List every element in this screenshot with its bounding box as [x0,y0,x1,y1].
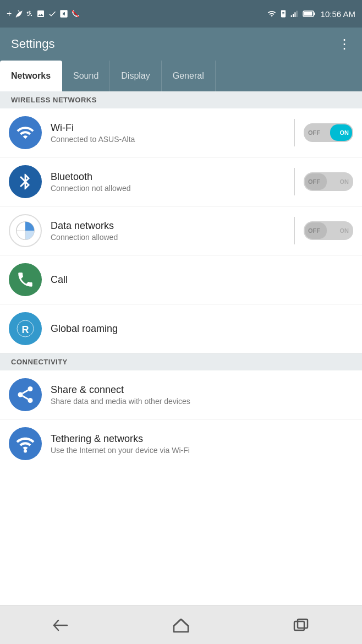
data-toggle[interactable]: OFF ON [304,221,353,240]
header-title: Settings [11,37,55,51]
app-header: Settings ⋮ [0,28,362,61]
wireless-networks-section-header: WIRELESS NETWORKS [0,91,362,108]
usb-icon [26,9,34,18]
bluetooth-text: Bluetooth Connection not allowed [51,171,286,193]
home-button[interactable] [159,612,203,639]
svg-rect-5 [294,12,295,17]
tethering-row[interactable]: Tethering & networks Use the Internet on… [0,419,362,468]
wifi-row[interactable]: Wi-Fi Connected to ASUS-Alta OFF ON [0,108,362,157]
tab-networks[interactable]: Networks [0,61,62,91]
roaming-text: Global roaming [51,323,353,335]
data-networks-title: Data networks [51,220,286,232]
status-bar: + 10:56 AM [0,0,362,28]
wifi-off-label: OFF [308,129,320,136]
data-networks-text: Data networks Connection allowed [51,220,286,242]
image-icon [36,9,45,18]
wifi-icon-wrap [9,116,42,149]
svg-rect-3 [290,15,292,17]
wifi-toggle[interactable]: OFF ON [304,123,353,142]
recents-button[interactable] [279,612,323,639]
tethering-text: Tethering & networks Use the Internet on… [51,433,353,455]
share-connect-subtitle: Share data and media with other devices [51,397,353,406]
settings-content: WIRELESS NETWORKS Wi-Fi Connected to ASU… [0,91,362,605]
recents-nav-icon [292,617,311,634]
svg-rect-23 [298,619,308,628]
battery-icon [303,9,316,18]
svg-rect-9 [314,13,315,15]
roaming-icon-wrap: R [9,312,42,345]
connectivity-section-header: CONNECTIVITY [0,353,362,370]
call-text: Call [51,274,353,286]
svg-rect-22 [294,621,304,630]
home-nav-icon [172,617,190,634]
data-networks-row[interactable]: Data networks Connection allowed OFF ON [0,206,362,255]
share-icon-wrap [9,378,42,411]
leaf-icon [14,9,23,18]
svg-point-1 [31,15,32,16]
wifi-status-icon [267,9,277,18]
svg-line-16 [23,396,28,399]
svg-point-0 [28,15,29,16]
bluetooth-icon [16,172,35,191]
bluetooth-off-label: OFF [308,178,320,185]
svg-rect-4 [293,14,294,17]
wifi-subtitle: Connected to ASUS-Alta [51,135,286,144]
check-icon [48,9,57,18]
bottom-navigation [0,605,362,644]
bluetooth-divider [294,168,295,195]
svg-point-14 [18,392,23,397]
data-networks-subtitle: Connection allowed [51,233,286,242]
status-time: 10:56 AM [321,9,355,19]
call-icon [16,270,35,289]
share-connect-icon [15,385,35,405]
status-icons-right: 10:56 AM [267,9,355,19]
share-connect-title: Share & connect [51,384,353,396]
back-button[interactable] [39,612,83,639]
data-on-label: ON [340,227,349,234]
tethering-title: Tethering & networks [51,433,353,445]
wifi-on-label: ON [340,129,349,136]
call-title: Call [51,274,353,286]
wifi-icon [16,123,35,142]
tab-sound[interactable]: Sound [62,61,110,91]
data-icon-wrap [9,214,42,247]
wifi-divider [294,119,295,146]
bluetooth-title: Bluetooth [51,171,286,183]
bluetooth-icon-wrap [9,165,42,198]
data-divider [294,217,295,244]
svg-text:R: R [22,324,29,335]
share-connect-row[interactable]: Share & connect Share data and media wit… [0,370,362,419]
wifi-text: Wi-Fi Connected to ASUS-Alta [51,122,286,144]
tethering-icon [15,434,35,454]
tethering-subtitle: Use the Internet on your device via Wi-F… [51,446,293,455]
roaming-icon: R [15,319,35,339]
roaming-title: Global roaming [51,323,353,335]
share-connect-text: Share & connect Share data and media wit… [51,384,353,406]
bluetooth-row[interactable]: Bluetooth Connection not allowed OFF ON [0,157,362,206]
data-networks-icon [13,219,37,243]
global-roaming-row[interactable]: R Global roaming [0,304,362,353]
svg-point-15 [28,398,33,403]
wifi-title: Wi-Fi [51,122,286,134]
svg-line-17 [23,390,28,394]
tether-icon-wrap [9,427,42,460]
tab-general[interactable]: General [162,61,216,91]
bluetooth-subtitle: Connection not allowed [51,184,286,193]
bluetooth-toggle[interactable]: OFF ON [304,172,353,191]
plus-icon: + [7,9,12,19]
signal-icon [290,9,300,18]
svg-rect-6 [296,11,297,17]
tab-display[interactable]: Display [110,61,161,91]
sim-icon [279,9,287,18]
no-call-icon [71,9,80,18]
overflow-menu-button[interactable]: ⋮ [338,36,351,52]
call-row[interactable]: Call [0,255,362,304]
svg-rect-8 [304,12,312,16]
svg-point-13 [28,386,33,391]
back-nav-icon [51,617,70,634]
tabs-bar: Networks Sound Display General [0,61,362,91]
call-icon-wrap [9,263,42,296]
bluetooth-on-label: ON [340,178,349,185]
data-off-label: OFF [308,227,320,234]
status-icons-left: + [7,9,80,19]
